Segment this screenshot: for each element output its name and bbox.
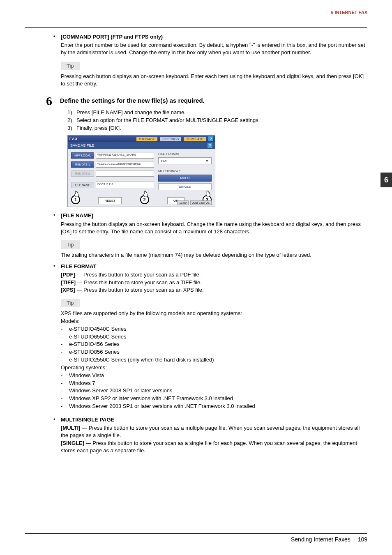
dash: - (61, 333, 67, 341)
dash: - (61, 325, 67, 333)
os-item: Windows Vista (67, 372, 104, 380)
help-icon[interactable]: ? (208, 143, 212, 148)
file-name-body: Pressing the button displays an on-scree… (61, 221, 367, 235)
template-tab[interactable]: TEMPLATE (184, 137, 206, 141)
tip1-body: Pressing each button displays an on-scre… (61, 73, 367, 88)
substep-num: 2) (67, 117, 76, 124)
dash: - (61, 356, 67, 364)
tiff-body: — Press this button to store your scan a… (76, 279, 202, 286)
model-item: e-STUDIO2550C Series (only when the hard… (67, 356, 214, 364)
dash: - (61, 403, 67, 410)
file-format-title: FILE FORMAT (61, 263, 96, 269)
dash: - (61, 341, 67, 348)
bullet-dot: • (53, 416, 61, 423)
step-number-6: 6 (46, 95, 60, 107)
multi-label: [MULTI] (61, 425, 80, 431)
pdf-label: [PDF] (61, 272, 75, 278)
tip-label: Tip (61, 62, 80, 70)
command-port-body: Enter the port number to be used for com… (61, 41, 367, 56)
step6-title: Define the settings for the new file(s) … (60, 95, 205, 105)
substep-3: Finally, press [OK]. (76, 124, 121, 132)
dash: - (61, 380, 67, 387)
model-item: e-STUDIO856 Series (67, 348, 120, 356)
footer-page-number: 109 (358, 536, 367, 543)
help-icon[interactable]: ? (208, 136, 213, 141)
storage-tab[interactable]: STORAGE (136, 137, 157, 141)
os-item: Windows Server 2003 SP1 or later version… (67, 403, 255, 410)
callout-2: 2 (140, 195, 149, 204)
chapter-side-tab: 6 (380, 173, 392, 187)
file-name-title: [FILE NAME] (61, 212, 93, 219)
os-item: Windows XP SP2 or later versions with .N… (67, 395, 233, 403)
file-name-field[interactable]: DOC111111 (96, 182, 154, 188)
single-label: [SINGLE] (61, 440, 84, 446)
tip2-body: The trailing characters in a file name (… (61, 251, 367, 259)
model-item: e-STUDIO6550C Series (67, 333, 126, 341)
hand-pointer-icon (73, 190, 80, 198)
dash: - (61, 387, 67, 395)
dash: - (61, 348, 67, 356)
mfp-local-path[interactable]: \\MFP07317394\FILE_SHARE (96, 152, 154, 159)
header-section: 6 INTERNET FAX (25, 8, 367, 27)
tip3-models-label: Models: (61, 318, 367, 325)
mfp-local-button[interactable]: MFP LOCAL (71, 152, 94, 159)
multi-body: — Press this button to store your scan a… (61, 425, 360, 438)
chevron-down-icon (205, 160, 209, 162)
multi-button[interactable]: MULTI (158, 175, 212, 182)
command-port-title: [COMMAND PORT] (FTP and FTPS only) (61, 34, 163, 40)
callout-1: 1 (71, 195, 80, 204)
model-item: e-STUDIO456 Series (67, 341, 120, 348)
dash: - (61, 395, 67, 403)
remote1-path[interactable]: \\10.10.70.101\user01\Internetfax\ (96, 161, 154, 168)
reset-button[interactable]: RESET (98, 197, 122, 204)
file-name-button[interactable]: FILE NAME (71, 182, 94, 188)
os-item: Windows 7 (67, 380, 95, 387)
tip3-line1: XPS files are supported only by the foll… (61, 310, 367, 318)
settings-tab[interactable]: SETTINGS (160, 137, 181, 141)
time-display: 11:59 (177, 200, 189, 205)
multi-single-title: MULTI/SINGLE PAGE (61, 417, 114, 423)
fax-title: FAX (69, 137, 78, 141)
job-status-chip[interactable]: JOB STATUS (190, 200, 212, 205)
bullet-dot: • (53, 33, 61, 40)
page-footer: Sending Internet Faxes 109 (25, 533, 367, 543)
top-rule (25, 27, 367, 28)
xps-body: — Press this button to store your scan a… (75, 287, 204, 293)
os-item: Windows Server 2008 SP1 or later version… (67, 387, 172, 395)
multi-single-label: MULTI/SINGLE (158, 169, 212, 173)
file-format-select[interactable]: PDF (158, 157, 212, 164)
tip-label: Tip (61, 240, 80, 249)
substep-num: 3) (67, 124, 76, 132)
save-as-file-subtitle: SAVE AS FILE (70, 143, 95, 147)
bullet-dot: • (53, 212, 61, 219)
hand-pointer-icon (142, 190, 149, 198)
file-format-label: FILE FORMAT (158, 152, 212, 156)
tip-label: Tip (61, 299, 80, 307)
remote2-path[interactable] (96, 170, 154, 177)
hand-pointer-icon (204, 190, 212, 198)
remote1-button[interactable]: REMOTE 1 (71, 161, 94, 168)
substep-2: Select an option for the FILE FORMAT and… (76, 117, 260, 124)
substep-1: Press [FILE NAME] and change the file na… (76, 109, 186, 117)
embedded-screenshot: FAX STORAGE SETTINGS TEMPLATE ? SAVE AS … (67, 135, 367, 207)
xps-label: [XPS] (61, 287, 75, 293)
single-button[interactable]: SINGLE (158, 183, 212, 190)
tiff-label: [TIFF] (61, 279, 76, 286)
remote2-button[interactable]: REMOTE 2 (71, 170, 94, 177)
tip3-os-label: Operating systems: (61, 364, 367, 372)
footer-title: Sending Internet Faxes (291, 536, 350, 543)
model-item: e-STUDIO4540C Series (67, 325, 126, 333)
bullet-dot: • (53, 263, 61, 270)
single-body: — Press this button to store your scan a… (61, 440, 357, 454)
file-format-value: PDF (161, 159, 168, 163)
pdf-body: — Press this button to store your scan a… (75, 272, 201, 278)
dash: - (61, 372, 67, 380)
substep-num: 1) (67, 109, 76, 117)
